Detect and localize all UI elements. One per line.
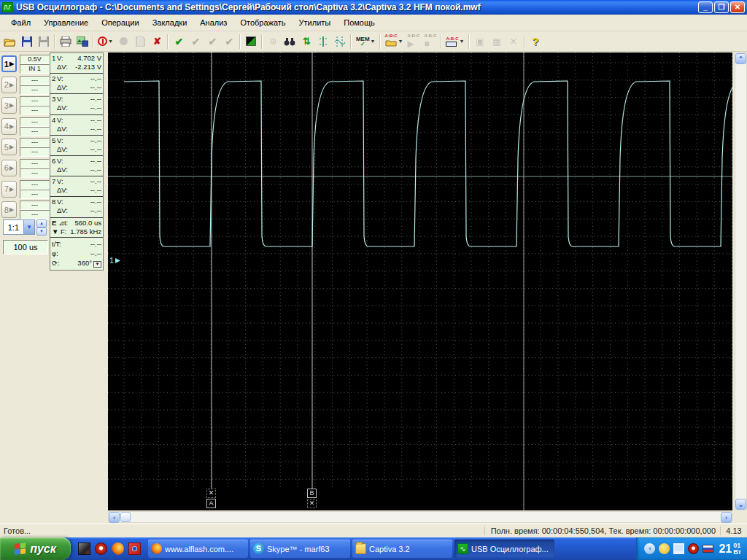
channel-8-input-field[interactable]: --- <box>20 210 50 219</box>
menu-item-2[interactable]: Операции <box>95 16 145 29</box>
task-button-skype-marf63[interactable]: Skype™ - marf63 <box>250 540 350 558</box>
scrollbar-thumb[interactable] <box>120 512 131 522</box>
opera-icon[interactable] <box>688 543 699 554</box>
quick-launch-firefox-icon[interactable] <box>112 542 124 555</box>
vertical-cursor-button[interactable] <box>315 34 332 50</box>
spinner-down-icon[interactable]: ▼ <box>36 228 47 236</box>
delete-button[interactable]: ✘ <box>149 34 166 50</box>
save-button[interactable] <box>18 34 35 50</box>
export-image-button[interactable] <box>74 34 90 50</box>
close-button[interactable]: ✕ <box>730 1 745 13</box>
horizontal-scrollbar[interactable]: ‹ › <box>108 511 732 523</box>
channel-3-button[interactable]: 3▶ <box>1 97 17 114</box>
taskbar: пуск www.alflash.com....Skype™ - marf63C… <box>0 537 747 560</box>
oscilloscope-display[interactable]: 1 ✕ A B ✕ <box>108 52 732 510</box>
record-button[interactable] <box>115 34 132 50</box>
globe-button[interactable]: ⊕ <box>265 34 282 50</box>
channel-5-button[interactable]: 5▶ <box>1 139 17 155</box>
cursor-b-handle[interactable]: B <box>307 489 317 498</box>
cursor-a-handle[interactable]: A <box>206 499 216 508</box>
minimize-button[interactable]: _ <box>698 1 713 13</box>
save-as-button[interactable] <box>35 34 52 50</box>
apply-next-button[interactable]: ✔ <box>221 34 238 50</box>
channel-1-button[interactable]: 1▶ <box>1 55 17 72</box>
channel-3-range-field[interactable]: --- <box>20 96 50 106</box>
channel-1-range-field[interactable]: 0.5V <box>20 55 50 64</box>
display-tray-icon[interactable] <box>673 543 684 554</box>
channel-7-input-field[interactable]: --- <box>20 190 50 199</box>
task-button-www-alflash-com-[interactable]: www.alflash.com.... <box>148 540 248 558</box>
chevron-down-icon[interactable]: ▼ <box>23 220 34 234</box>
start-button[interactable]: пуск <box>0 537 71 560</box>
channel-3-input-field[interactable]: --- <box>20 106 50 115</box>
start-acquisition-button[interactable]: ▼ <box>96 34 115 50</box>
print-button[interactable] <box>57 34 74 50</box>
channel-6-input-field[interactable]: --- <box>20 168 50 178</box>
task-button-usb-[interactable]: USB Осциллограф... <box>454 540 554 558</box>
channel-7-range-field[interactable]: --- <box>20 180 50 190</box>
channel-4-button[interactable]: 4▶ <box>1 118 17 135</box>
wave-cursor-button[interactable] <box>332 34 349 50</box>
quick-launch-opera-icon[interactable] <box>95 542 107 555</box>
apply-all-button[interactable]: ✔ <box>204 34 221 50</box>
scroll-right-icon[interactable]: › <box>721 512 732 523</box>
channel-5-range-field[interactable]: --- <box>20 138 50 147</box>
apply-button[interactable]: ✔ <box>171 34 187 50</box>
ru-flag-icon[interactable] <box>703 545 713 553</box>
floppy-icon <box>22 36 32 47</box>
rotation-dropdown-icon[interactable]: ▼ <box>93 261 101 268</box>
grid-button[interactable]: ▦ <box>488 34 505 50</box>
channel-2-input-field[interactable]: --- <box>20 85 50 95</box>
clear-page-button[interactable] <box>132 34 149 50</box>
channel-6-button[interactable]: 6▶ <box>1 160 17 176</box>
abc-stop-button[interactable]: A:B:C■ <box>422 34 438 50</box>
channel-8-button[interactable]: 8▶ <box>1 201 17 218</box>
menu-item-7[interactable]: Помощь <box>337 16 382 29</box>
panel-button[interactable]: ▣ <box>471 34 488 50</box>
channel-1-input-field[interactable]: IN 1 <box>20 64 50 74</box>
channel-5-input-field[interactable]: --- <box>20 147 50 157</box>
vertical-scrollbar[interactable]: ⌃ ⌄ <box>735 52 747 510</box>
menu-item-1[interactable]: Управление <box>37 16 95 29</box>
menu-item-4[interactable]: Анализ <box>193 16 233 29</box>
channel-4-range-field[interactable]: --- <box>20 117 50 127</box>
apply-down-button[interactable]: ✔ <box>187 34 204 50</box>
abc-play-button[interactable]: A:B:C▶ <box>405 34 422 50</box>
skype-tray-icon[interactable] <box>659 543 670 554</box>
channel-6-range-field[interactable]: --- <box>20 159 50 168</box>
search-button[interactable] <box>282 34 298 50</box>
channel-2-button[interactable]: 2▶ <box>1 77 17 93</box>
channel-4-input-field[interactable]: --- <box>20 127 50 136</box>
spinner-up-icon[interactable]: ▲ <box>36 219 47 228</box>
menu-item-3[interactable]: Закладки <box>146 16 194 29</box>
fit-vertical-button[interactable]: ⇅ <box>298 34 315 50</box>
memory-button[interactable]: MEM✓ ▼ <box>354 34 378 50</box>
channel-8-range-field[interactable]: --- <box>20 201 50 210</box>
quick-launch-desktop-icon[interactable] <box>78 542 90 555</box>
cursor-b-x-handle[interactable]: ✕ <box>307 499 317 508</box>
scroll-up-icon[interactable]: ⌃ <box>735 53 746 64</box>
help-button[interactable]: ? <box>527 34 543 50</box>
channel-2-range-field[interactable]: --- <box>20 76 50 85</box>
menu-item-0[interactable]: Файл <box>4 16 37 29</box>
task-button-captiva-3-2[interactable]: Captiva 3.2 <box>352 540 452 558</box>
scroll-left-icon[interactable]: ‹ <box>109 512 120 523</box>
scale-spinner[interactable]: ▲ ▼ <box>36 219 47 236</box>
open-file-button[interactable] <box>1 34 18 50</box>
scroll-down-icon[interactable]: ⌄ <box>735 499 746 510</box>
invert-display-button[interactable] <box>243 34 260 50</box>
channel-7-button[interactable]: 7▶ <box>1 181 17 198</box>
abc-label: A:B:C <box>424 34 436 38</box>
maximize-button[interactable]: ❐ <box>714 1 729 13</box>
abc-keyboard-button[interactable]: A:B:C ▼ <box>444 34 466 50</box>
close-x-button[interactable]: ✕ <box>505 34 522 50</box>
menu-item-6[interactable]: Утилиты <box>293 16 338 29</box>
quick-launch-eye-icon[interactable] <box>128 542 141 555</box>
timebase-field[interactable]: 100 us <box>3 240 48 254</box>
menu-item-5[interactable]: Отображать <box>233 16 292 29</box>
tray-chevron-icon[interactable]: ‹ <box>644 543 655 554</box>
scale-ratio-combobox[interactable]: 1:1 ▼ <box>3 219 35 235</box>
abc-load-button[interactable]: A:B:C ▼ <box>383 34 406 50</box>
open-folder-icon <box>385 40 397 47</box>
cursor-a-x-handle[interactable]: ✕ <box>206 489 216 498</box>
